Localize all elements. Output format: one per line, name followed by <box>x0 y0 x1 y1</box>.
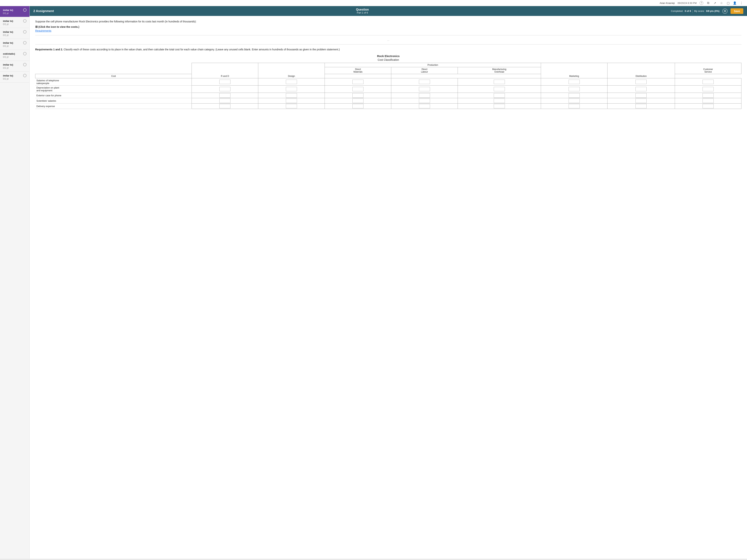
input-cell <box>458 104 541 109</box>
input-cell <box>541 93 607 98</box>
mfg-oh-input-4[interactable] <box>494 99 505 103</box>
input-cell <box>675 93 742 98</box>
main-layout: imilar to) 0/1 pt imilar to) 0/1 pt imil… <box>0 6 747 559</box>
sidebar-item-3[interactable]: imilar to) 0/1 pt <box>0 28 29 39</box>
sidebar-radio-2[interactable] <box>23 19 26 23</box>
dir-lab-input-4[interactable] <box>419 99 430 103</box>
question-intro: Suppose the cell phone manufacturer Rock… <box>35 20 742 24</box>
dist-input-2[interactable] <box>636 87 647 91</box>
table-row: Exterior case for phone <box>35 93 742 98</box>
sidebar-radio-3[interactable] <box>23 30 26 33</box>
input-cell <box>391 85 458 93</box>
rand-d-input-4[interactable] <box>220 99 230 103</box>
sidebar-item-2[interactable]: imilar to) 0/1 pt <box>0 17 29 28</box>
input-cell <box>541 78 607 85</box>
rand-d-input-5[interactable] <box>220 104 230 108</box>
share-icon[interactable]: ↗ <box>713 1 717 5</box>
sidebar-item-4-title: imilar to) <box>3 42 13 44</box>
dir-mat-input-2[interactable] <box>352 87 363 91</box>
dir-mat-input-4[interactable] <box>352 99 363 103</box>
user-icon[interactable]: 👤 <box>733 1 737 5</box>
separator-line <box>35 35 742 35</box>
more-icon[interactable]: ⋮ <box>740 1 743 5</box>
input-cell <box>607 85 675 93</box>
icon-click-link[interactable]: ⊞ (Click the icon to view the costs.) <box>35 25 742 28</box>
sidebar-radio-5[interactable] <box>23 52 26 55</box>
mfg-oh-input-5[interactable] <box>494 104 505 108</box>
completed-label: Completed: <box>671 10 683 12</box>
mktg-input-5[interactable] <box>569 104 580 108</box>
cost-label-3: Exterior case for phone <box>35 93 192 98</box>
window-icon[interactable]: ▢ <box>726 1 730 5</box>
help-button[interactable]: ? <box>700 1 703 5</box>
sidebar: imilar to) 0/1 pt imilar to) 0/1 pt imil… <box>0 6 30 559</box>
mfg-oh-input-2[interactable] <box>494 87 505 91</box>
save-button[interactable]: Save <box>730 8 743 14</box>
input-cell <box>258 93 325 98</box>
design-input-1[interactable] <box>286 80 297 84</box>
sidebar-item-7[interactable]: imilar to) 0/1 pt <box>0 72 29 83</box>
cost-classification-table: R and D Design Production Marketing Dist… <box>35 63 742 109</box>
mktg-input-3[interactable] <box>569 93 580 98</box>
cust-svc-input-2[interactable] <box>702 87 714 91</box>
dir-mat-input-5[interactable] <box>352 104 363 108</box>
sidebar-radio-6[interactable] <box>23 63 26 66</box>
sidebar-item-1[interactable]: imilar to) 0/1 pt <box>0 6 29 17</box>
input-cell <box>675 85 742 93</box>
dir-lab-input-1[interactable] <box>419 80 430 84</box>
question-label: Question <box>356 8 369 11</box>
dir-lab-input-2[interactable] <box>419 87 430 91</box>
sidebar-item-6[interactable]: imilar to) 0/1 pt <box>0 61 29 72</box>
input-cell <box>325 104 391 109</box>
mktg-input-1[interactable] <box>569 80 580 84</box>
sidebar-radio-1[interactable] <box>23 8 26 12</box>
company-title: Rock Electronics <box>35 54 742 58</box>
rand-d-input-1[interactable] <box>220 80 230 84</box>
marketing-header: Marketing <box>541 63 607 78</box>
customer-service-header: CustomerService <box>675 63 742 74</box>
cust-svc-input-5[interactable] <box>702 104 714 108</box>
header-left: 2 Assignment <box>33 9 54 13</box>
sidebar-radio-7[interactable] <box>23 74 26 77</box>
sidebar-item-5[interactable]: ook/static) 0/1 pt <box>0 50 29 61</box>
mktg-input-4[interactable] <box>569 99 580 103</box>
input-cell <box>258 85 325 93</box>
dir-mat-input-1[interactable] <box>352 80 363 84</box>
customer-service-header-2 <box>325 74 391 78</box>
settings-button[interactable]: ⚙ <box>722 8 727 14</box>
mfg-oh-input-3[interactable] <box>494 93 505 98</box>
requirements-link[interactable]: Requirements <box>35 29 51 32</box>
dist-input-5[interactable] <box>636 104 647 108</box>
cust-svc-input-3[interactable] <box>702 93 714 98</box>
user-info-bar: Arian Krasniqi 09/20/24 8:30 PM ? ⧉ ↗ ☆ … <box>0 0 747 6</box>
dist-input-3[interactable] <box>636 93 647 98</box>
sidebar-item-4[interactable]: imilar to) 0/1 pt <box>0 39 29 50</box>
input-cell <box>607 98 675 104</box>
direct-materials-header: DirectMaterials <box>325 67 391 74</box>
user-name: Arian Krasniqi <box>660 2 674 4</box>
dir-mat-input-3[interactable] <box>352 93 363 98</box>
requirements-text: Requirements 1 and 2. Classify each of t… <box>35 47 742 52</box>
rand-d-input-3[interactable] <box>220 93 230 98</box>
rand-d-input-2[interactable] <box>220 87 230 91</box>
completed-info: Completed: 0 of 8 My score: 0/8 pts (0%) <box>671 9 719 13</box>
cust-svc-input-1[interactable] <box>702 80 714 84</box>
design-input-3[interactable] <box>286 93 297 98</box>
design-input-5[interactable] <box>286 104 297 108</box>
copy-icon[interactable]: ⧉ <box>706 1 710 5</box>
dist-input-1[interactable] <box>636 80 647 84</box>
input-cell <box>607 78 675 85</box>
design-input-2[interactable] <box>286 87 297 91</box>
sidebar-radio-4[interactable] <box>23 41 26 45</box>
input-cell <box>192 104 258 109</box>
dist-input-4[interactable] <box>636 99 647 103</box>
star-icon[interactable]: ☆ <box>720 1 723 5</box>
table-container: Rock Electronics Cost Classification R a… <box>35 54 742 109</box>
cust-svc-input-4[interactable] <box>702 99 714 103</box>
mktg-input-2[interactable] <box>569 87 580 91</box>
dir-lab-input-3[interactable] <box>419 93 430 98</box>
mfg-oh-input-1[interactable] <box>494 80 505 84</box>
dir-lab-input-5[interactable] <box>419 104 430 108</box>
design-input-4[interactable] <box>286 99 297 103</box>
input-cell <box>192 85 258 93</box>
